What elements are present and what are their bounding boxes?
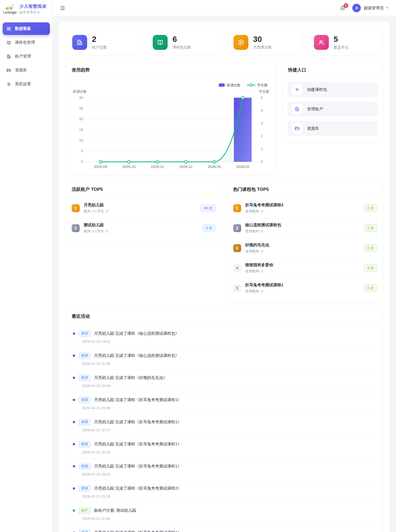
activity-time: 2026-02-23 20:06 <box>82 384 376 388</box>
quick-link-resources[interactable]: 资源库 <box>288 121 378 136</box>
course-name: 折耳兔奇奇测试课程1 <box>245 283 283 287</box>
dashboard-container: 2 租户总数 6 课程包总数 <box>59 22 390 532</box>
trend-and-quicklinks-row: 使用趋势 051015202530012345授课次数学生数2025-09202… <box>66 62 383 175</box>
svg-text:1: 1 <box>261 147 263 151</box>
activity-tag: 授课 <box>79 331 91 337</box>
usage-trend-header: 使用趋势 <box>66 62 276 77</box>
activity-message: 月亮幼儿园 完成了课程《核心流程测试课程包》 <box>94 353 179 358</box>
stat-label: 租户总数 <box>92 45 107 50</box>
building-icon <box>76 39 83 46</box>
stat-card-course-packages: 6 课程包总数 <box>146 29 222 56</box>
main-area: 5 超级管理员 <box>53 0 396 532</box>
app-root: LeSingle 少儿智慧阅读 服务管理后台 数据看板 课程包管理 <box>0 0 396 532</box>
user-avatar[interactable] <box>352 4 361 12</box>
book-icon <box>6 40 11 45</box>
activity-item: 授课 月亮幼儿园 完成了课程《折耳兔奇奇测试课程1》 2026-02-21 20… <box>73 525 376 532</box>
sidebar-item-resources[interactable]: 资源库 <box>3 64 50 76</box>
activity-dot <box>73 377 75 379</box>
activity-time: 2026-02-24 11:06 <box>82 362 376 366</box>
stat-icon-wrap <box>233 35 248 50</box>
svg-text:授课次数: 授课次数 <box>72 90 87 94</box>
quick-link-create-course[interactable]: 创建课程包 <box>288 82 378 97</box>
activity-time: 2026-02-22 20:47 <box>82 428 376 432</box>
svg-text:学生数: 学生数 <box>257 83 268 87</box>
activity-tag: 授课 <box>79 530 91 532</box>
svg-text:2025-10: 2025-10 <box>122 165 136 169</box>
user-menu-toggle[interactable] <box>386 6 389 10</box>
sidebar-item-tenants[interactable]: 租户管理 <box>3 50 50 63</box>
brand-logo: LeSingle 少儿智慧阅读 服务管理后台 <box>0 0 52 19</box>
notifications-button[interactable]: 5 <box>340 5 345 11</box>
tenant-list-item[interactable]: 2 测试幼儿园 教师: 0 | 学生: 0 0 次 <box>72 218 216 238</box>
gear-icon <box>6 82 11 87</box>
quick-links-header: 快捷入口 <box>282 62 383 77</box>
activity-item: 租户 新租户注册: 测试幼儿园 2026-02-22 11:56 <box>73 503 376 525</box>
tenant-list-item[interactable]: 1 月亮幼儿园 教师: 0 | 学生: 0 30 次 <box>72 198 216 218</box>
stat-icon-wrap <box>153 35 168 50</box>
page-content: 2 租户总数 6 课程包总数 <box>53 16 396 532</box>
course-list-item[interactable]: 1 折耳兔奇奇测试课程2 使用教师: 0 2 次 <box>233 198 377 218</box>
svg-text:2026-01: 2026-01 <box>208 165 221 169</box>
activity-dot <box>73 354 75 357</box>
lesson-count-badge: 30 次 <box>201 204 216 212</box>
hot-courses-card: 热门课程包 TOP5 1 折耳兔奇奇测试课程2 使用教师: 0 2 次 <box>227 182 383 302</box>
lesingle-logo-icon <box>5 4 15 10</box>
activity-time: 2026-02-24 14:42 <box>82 340 376 344</box>
svg-text:3: 3 <box>261 121 263 125</box>
svg-text:5: 5 <box>261 96 263 100</box>
brand-titles: 少儿智慧阅读 服务管理后台 <box>19 4 47 15</box>
users-icon <box>318 39 325 46</box>
stat-icon-wrap <box>314 35 329 50</box>
activity-time: 2026-02-22 19:32 <box>82 472 376 476</box>
tenant-name: 测试幼儿园 <box>84 223 104 227</box>
activity-message: 月亮幼儿园 完成了课程《折耳兔奇奇测试课程1》 <box>94 530 181 532</box>
course-name: 好饿的毛毛虫 <box>245 243 269 247</box>
svg-text:2: 2 <box>261 134 263 138</box>
brand-logo-text: LeSingle <box>3 10 17 14</box>
sidebar-item-settings[interactable]: 系统设置 <box>3 78 50 90</box>
course-meta: 使用教师: 0 <box>245 249 360 254</box>
activity-dot <box>73 421 75 423</box>
activity-tag: 授课 <box>79 397 91 403</box>
rank-badge: 4 <box>233 264 241 272</box>
course-list-item[interactable]: 4 猜猜我有多爱你 使用教师: 0 0 次 <box>233 258 377 278</box>
use-count-badge: 0 次 <box>364 244 377 252</box>
activity-time: 2026-02-22 21:39 <box>82 406 376 410</box>
rank-badge: 5 <box>233 284 241 292</box>
svg-text:0: 0 <box>81 160 83 164</box>
sidebar-item-course-packages[interactable]: 课程包管理 <box>3 36 50 49</box>
activity-message: 月亮幼儿园 完成了课程《折耳兔奇奇测试课程1》 <box>94 464 181 469</box>
svg-text:2025-09: 2025-09 <box>94 165 107 169</box>
activity-tag: 授课 <box>79 353 91 359</box>
rank-badge: 2 <box>233 224 241 232</box>
svg-text:0: 0 <box>261 160 263 164</box>
activity-dot <box>73 399 75 401</box>
stat-cards-row: 2 租户总数 6 课程包总数 <box>66 29 383 56</box>
sidebar-item-label: 系统设置 <box>15 82 31 87</box>
sidebar-collapse-button[interactable] <box>60 5 66 11</box>
course-name: 核心流程测试课程包 <box>245 223 281 227</box>
svg-text:2025-11: 2025-11 <box>151 165 164 169</box>
course-list-item[interactable]: 3 好饿的毛毛虫 使用教师: 0 0 次 <box>233 238 377 258</box>
recent-activity-card: 最近活动 授课 月亮幼儿园 完成了课程《核心流程测试课程包》 2026-02-2… <box>66 308 383 532</box>
active-tenants-title: 活跃租户 TOP5 <box>72 187 103 192</box>
activity-dot <box>73 509 75 512</box>
sidebar-item-dashboard[interactable]: 数据看板 <box>3 22 50 35</box>
activity-item: 授课 月亮幼儿园 完成了课程《折耳兔奇奇测试课程1》 2026-02-22 19… <box>73 458 376 481</box>
course-list-item[interactable]: 5 折耳兔奇奇测试课程1 使用教师: 0 0 次 <box>233 278 377 298</box>
svg-text:30: 30 <box>79 96 83 100</box>
svg-text:10: 10 <box>79 138 83 142</box>
quick-link-manage-tenants[interactable]: 管理租户 <box>288 102 378 116</box>
sidebar-item-label: 租户管理 <box>15 54 31 59</box>
activity-dot <box>73 465 75 467</box>
activity-time: 2026-02-22 20:25 <box>82 450 376 454</box>
svg-text:授课次数: 授课次数 <box>226 83 240 87</box>
tenant-meta: 教师: 0 | 学生: 0 <box>84 209 197 214</box>
activity-message: 月亮幼儿园 完成了课程《折耳兔奇奇测试课程1》 <box>94 420 181 425</box>
svg-text:5: 5 <box>81 149 83 153</box>
user-name[interactable]: 超级管理员 <box>364 6 384 11</box>
folder-icon <box>294 126 300 131</box>
menu-fold-icon <box>60 5 66 11</box>
course-list-item[interactable]: 2 核心流程测试课程包 使用教师: 0 2 次 <box>233 218 377 238</box>
brand-subtitle: 服务管理后台 <box>19 10 47 15</box>
